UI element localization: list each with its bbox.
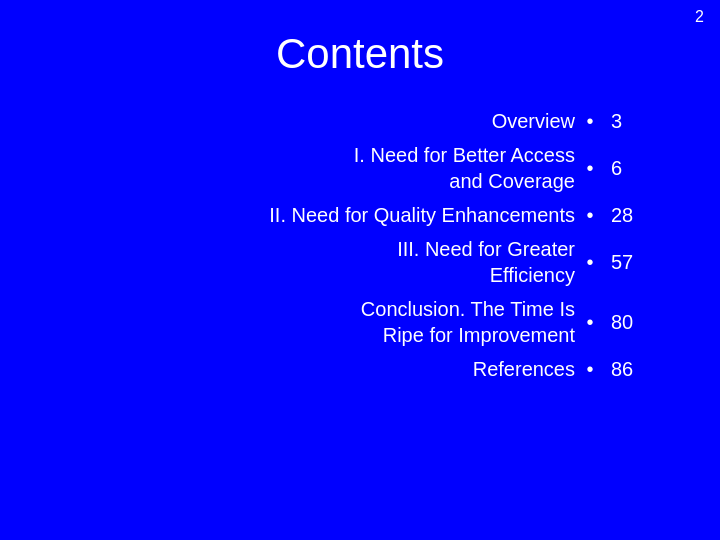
item-page: 80 [605,311,650,334]
item-label: Conclusion. The Time IsRipe for Improvem… [70,296,575,348]
list-item: I. Need for Better Accessand Coverage • … [70,142,650,194]
list-item: Overview • 3 [70,108,650,134]
bullet: • [575,110,605,133]
item-label: Overview [70,108,575,134]
item-label: III. Need for GreaterEfficiency [70,236,575,288]
item-page: 57 [605,251,650,274]
bullet: • [575,358,605,381]
item-label: II. Need for Quality Enhancements [70,202,575,228]
list-item: III. Need for GreaterEfficiency • 57 [70,236,650,288]
item-label: References [70,356,575,382]
page-number: 2 [695,8,704,26]
item-page: 28 [605,204,650,227]
bullet: • [575,251,605,274]
item-label: I. Need for Better Accessand Coverage [70,142,575,194]
list-item: References • 86 [70,356,650,382]
bullet: • [575,157,605,180]
bullet: • [575,311,605,334]
item-page: 86 [605,358,650,381]
list-item: Conclusion. The Time IsRipe for Improvem… [70,296,650,348]
bullet: • [575,204,605,227]
list-item: II. Need for Quality Enhancements • 28 [70,202,650,228]
item-page: 3 [605,110,650,133]
contents-table: Overview • 3 I. Need for Better Accessan… [70,108,650,390]
main-container: Contents Overview • 3 I. Need for Better… [0,0,720,540]
page-title: Contents [276,30,444,78]
item-page: 6 [605,157,650,180]
